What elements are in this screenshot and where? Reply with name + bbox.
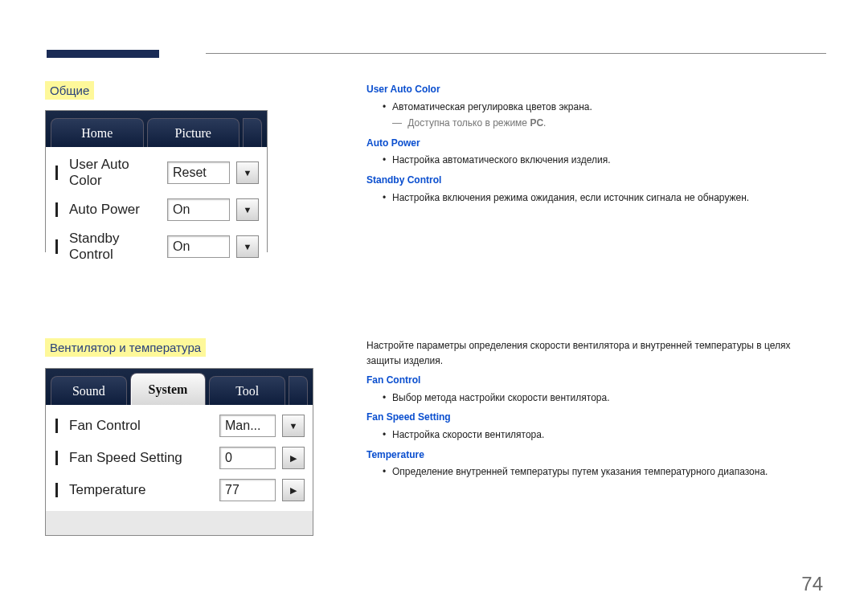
tab-overflow[interactable] [289, 376, 308, 405]
term-auto-power: Auto Power [366, 136, 825, 151]
note-suffix: . [543, 117, 546, 129]
row-value[interactable]: Man... [219, 415, 276, 437]
section-title-general: Общие [45, 81, 94, 100]
row-label: User Auto Color [69, 157, 161, 189]
description-column-fan: Настройте параметры определения скорости… [366, 338, 825, 480]
settings-panel-general: Home Picture User Auto Color Reset ▼ Aut… [45, 110, 268, 252]
row-value[interactable]: On [167, 198, 230, 221]
row-marker [55, 483, 58, 497]
bullet: • Настройка скорости вентилятора. [366, 427, 825, 443]
tab-bar: Sound System Tool [46, 369, 313, 405]
note-text: Доступна только в режиме [407, 117, 530, 129]
term-fan-speed: Fan Speed Setting [366, 410, 825, 425]
settings-panel-fan: Sound System Tool Fan Control Man... ▼ F… [45, 368, 313, 536]
page-number: 74 [801, 573, 823, 595]
bullet-icon: • [383, 464, 392, 480]
intro-text: Настройте параметры определения скорости… [366, 338, 825, 368]
row-auto-power: Auto Power On ▼ [46, 194, 267, 226]
dropdown-icon[interactable]: ▼ [236, 198, 259, 221]
row-fan-speed: Fan Speed Setting 0 ▶ [46, 442, 313, 474]
bullet: • Выбор метода настройки скорости вентил… [366, 390, 825, 406]
bullet-text: Настройка включения режима ожидания, есл… [392, 190, 749, 206]
row-label: Fan Speed Setting [69, 450, 213, 466]
row-value[interactable]: 77 [219, 479, 276, 501]
header-thick-rule [47, 50, 159, 58]
dropdown-icon[interactable]: ▼ [236, 161, 259, 184]
tab-overflow[interactable] [243, 118, 262, 147]
settings-list: Fan Control Man... ▼ Fan Speed Setting 0… [46, 405, 313, 511]
tab-picture[interactable]: Picture [147, 118, 240, 147]
row-value[interactable]: On [167, 235, 230, 258]
row-label: Standby Control [69, 231, 161, 263]
term-standby-control: Standby Control [366, 173, 825, 188]
term-temperature: Temperature [366, 447, 825, 463]
term-fan-control: Fan Control [366, 373, 825, 388]
stepper-icon[interactable]: ▶ [282, 447, 305, 469]
dropdown-icon[interactable]: ▼ [236, 235, 259, 258]
row-label: Temperature [69, 482, 213, 498]
tab-sound[interactable]: Sound [51, 376, 127, 405]
description-column-general: User Auto Color • Автоматическая регулир… [366, 82, 825, 205]
dash-icon: ― [392, 117, 402, 129]
row-standby-control: Standby Control On ▼ [46, 226, 267, 268]
note: ― Доступна только в режиме PC. [366, 116, 825, 131]
bullet-icon: • [383, 427, 392, 443]
row-marker [55, 166, 58, 180]
row-marker [55, 451, 58, 465]
row-value[interactable]: Reset [167, 161, 230, 184]
dropdown-icon[interactable]: ▼ [282, 415, 305, 437]
bullet-text: Выбор метода настройки скорости вентилят… [392, 390, 610, 406]
bullet: • Определение внутренней температуры пут… [366, 464, 825, 480]
bullet-text: Автоматическая регулировка цветов экрана… [392, 100, 592, 115]
row-marker [55, 202, 58, 217]
tab-tool[interactable]: Tool [209, 376, 285, 405]
stepper-icon[interactable]: ▶ [282, 479, 305, 501]
bullet-text: Определение внутренней температуры путем… [392, 464, 768, 480]
bullet: • Автоматическая регулировка цветов экра… [366, 100, 825, 115]
row-value[interactable]: 0 [219, 447, 276, 469]
bullet-text: Настройка автоматического включения изде… [392, 153, 611, 168]
row-marker [55, 239, 58, 254]
bullet-icon: • [383, 153, 392, 168]
tab-home[interactable]: Home [51, 118, 144, 147]
tab-system[interactable]: System [130, 373, 207, 405]
row-temperature: Temperature 77 ▶ [46, 474, 313, 506]
header-thin-rule [206, 53, 826, 54]
bullet-icon: • [383, 390, 392, 406]
row-label: Fan Control [69, 418, 213, 434]
row-fan-control: Fan Control Man... ▼ [46, 410, 313, 442]
bullet-text: Настройка скорости вентилятора. [392, 427, 544, 443]
note-bold: PC [530, 117, 543, 129]
row-label: Auto Power [69, 202, 161, 218]
row-marker [55, 419, 58, 433]
row-user-auto-color: User Auto Color Reset ▼ [46, 152, 267, 194]
settings-list: User Auto Color Reset ▼ Auto Power On ▼ … [46, 147, 267, 272]
tab-bar: Home Picture [46, 111, 267, 147]
bullet-icon: • [383, 100, 392, 115]
section-title-fan: Вентилятор и температура [45, 338, 206, 357]
bullet-icon: • [383, 190, 392, 206]
bullet: • Настройка включения режима ожидания, е… [366, 190, 825, 206]
term-user-auto-color: User Auto Color [366, 82, 825, 97]
bullet: • Настройка автоматического включения из… [366, 153, 825, 168]
